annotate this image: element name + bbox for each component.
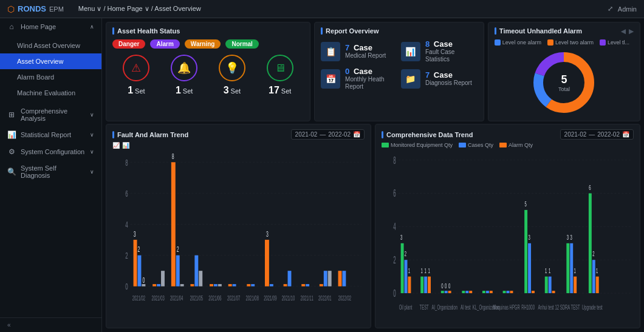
warning-count: 3 Set — [224, 85, 241, 96]
danger-icon: ⚠ — [123, 55, 149, 81]
health-item-danger: ⚠ 1 Set — [123, 55, 149, 96]
logo-icon: ⬡ — [7, 4, 15, 14]
comp-legend-alarm-label: Alarm Qty — [509, 142, 533, 148]
breadcrumb-home[interactable]: Home Page ∨ — [108, 5, 149, 12]
svg-text:Anhui test 12: Anhui test 12 — [538, 303, 559, 311]
alarm-right-arrow[interactable]: ▶ — [629, 28, 634, 35]
fault-line-icon[interactable]: 📈 — [112, 142, 120, 149]
legend-label-1: Level one alarm — [502, 39, 541, 46]
comp-date-range[interactable]: 2021-02 — 2022-02 📅 — [560, 129, 634, 140]
sidebar-group-sys-diag[interactable]: 🔍 System Self Diagnosis ∨ — [0, 160, 101, 183]
machine-eval-label: Machine Evaluation — [17, 89, 94, 97]
alarm-title-bar — [495, 27, 496, 35]
svg-text:SDRA TEST: SDRA TEST — [560, 303, 580, 311]
svg-rect-27 — [194, 256, 198, 286]
sidebar-group-comprehensive[interactable]: ⊞ Comprehensive Analysis ∨ — [0, 103, 101, 126]
sidebar-group-sys-config[interactable]: ⚙ System Configuration ∨ — [0, 143, 101, 160]
sidebar-item-wind-asset[interactable]: Wind Asset Overview — [0, 38, 101, 53]
svg-rect-112 — [549, 277, 552, 293]
logo: ⬡ RONDS EPM — [7, 4, 64, 14]
svg-rect-95 — [469, 291, 472, 293]
report-item-monthly: 📅 0 Case Monthly Heath Report — [321, 67, 397, 90]
svg-text:0: 0 — [142, 276, 145, 285]
sys-diag-arrow: ∨ — [90, 169, 94, 175]
badge-danger[interactable]: Danger — [112, 39, 145, 49]
svg-text:3: 3 — [570, 234, 572, 242]
svg-rect-93 — [462, 291, 465, 293]
sidebar-group-home[interactable]: ⌂ Home Page ∧ — [0, 18, 101, 35]
report-medical-text: 7 Case Medical Report — [345, 43, 386, 59]
svg-rect-30 — [210, 284, 213, 286]
svg-text:8: 8 — [125, 157, 128, 167]
sys-config-arrow: ∨ — [90, 149, 94, 155]
sidebar-group-statistical[interactable]: 📊 Statistical Report ∨ — [0, 126, 101, 143]
alarm-legend: Level one alarm Level two alarm Level tl… — [495, 39, 634, 46]
svg-text:1: 1 — [408, 267, 410, 275]
statistical-icon: 📊 — [7, 130, 16, 139]
svg-text:2021/02: 2021/02 — [132, 295, 145, 302]
svg-rect-72 — [401, 243, 404, 293]
svg-text:0: 0 — [393, 288, 396, 299]
report-fault-text: 8 Case Fault Case Statistics — [425, 39, 478, 63]
fault-bar-icon[interactable]: 📊 — [122, 142, 129, 149]
report-monthly-text: 0 Case Monthly Heath Report — [345, 67, 397, 90]
svg-text:Oil plant: Oil plant — [399, 303, 413, 311]
badge-normal[interactable]: Normal — [225, 39, 258, 49]
report-item-medical: 📋 7 Case Medical Report — [321, 39, 397, 63]
badge-alarm[interactable]: Alarm — [150, 39, 179, 49]
svg-rect-41 — [270, 284, 273, 286]
legend-label-3: Level tl... — [608, 39, 629, 46]
report-panel-title: Report Overview — [321, 27, 478, 35]
svg-text:2021/06: 2021/06 — [208, 295, 221, 302]
svg-rect-23 — [176, 256, 180, 286]
expand-icon[interactable]: ⤢ — [608, 5, 613, 13]
svg-rect-40 — [265, 240, 269, 286]
svg-rect-74 — [408, 277, 411, 293]
donut-label: Total — [558, 86, 570, 92]
comp-legend-monitored-label: Monitored Equipment Qty — [391, 142, 453, 148]
sidebar-item-alarm-board[interactable]: Alarm Board — [0, 69, 101, 85]
svg-text:1: 1 — [545, 267, 547, 275]
warning-icon: 💡 — [219, 55, 245, 81]
alarm-panel: Timeout Unhandled Alarm ◀ ▶ Level one al… — [488, 22, 640, 121]
svg-text:6: 6 — [125, 188, 128, 198]
fault-date-to: 2022-02 — [328, 131, 351, 138]
svg-text:1: 1 — [574, 267, 576, 275]
sidebar-collapse-btn[interactable]: « — [0, 318, 101, 332]
comp-legend-cases-label: Cases Qty — [468, 142, 493, 148]
alarm-panel-title: Timeout Unhandled Alarm ◀ ▶ — [495, 27, 634, 35]
svg-text:5: 5 — [524, 200, 526, 208]
fault-trend-header: Fault And Alarm Trend 2021-02 — 2022-02 … — [112, 129, 365, 140]
svg-rect-38 — [251, 284, 255, 286]
svg-text:1: 1 — [428, 267, 430, 275]
svg-rect-124 — [589, 194, 592, 294]
svg-text:2021/10: 2021/10 — [282, 295, 295, 302]
content: Asset Health Status Danger Alarm Warning… — [102, 18, 644, 332]
comp-title-text: Comprehensive Data Trend — [386, 131, 473, 138]
health-badges: Danger Alarm Warning Normal — [112, 39, 304, 49]
svg-text:1: 1 — [421, 267, 423, 275]
svg-rect-125 — [592, 260, 595, 293]
fault-date-range[interactable]: 2021-02 — 2022-02 📅 — [291, 129, 365, 140]
legend-dot-2 — [547, 39, 553, 46]
sidebar-item-asset-overview[interactable]: Asset Overview — [0, 53, 101, 69]
svg-text:2: 2 — [393, 255, 396, 266]
svg-text:0: 0 — [125, 282, 128, 291]
svg-text:Upgrade test: Upgrade test — [582, 303, 603, 311]
breadcrumb-menu[interactable]: Menu ∨ — [78, 5, 102, 12]
svg-rect-118 — [570, 243, 573, 293]
legend-dot-3 — [600, 39, 606, 46]
comp-trend-header: Comprehensive Data Trend 2021-02 — 2022-… — [382, 129, 634, 140]
svg-rect-87 — [445, 291, 448, 293]
bottom-row: Fault And Alarm Trend 2021-02 — 2022-02 … — [102, 124, 644, 332]
badge-warning[interactable]: Warning — [185, 39, 221, 49]
sys-config-icon: ⚙ — [7, 147, 16, 156]
svg-rect-99 — [490, 291, 493, 293]
legend-level2: Level two alarm — [547, 39, 594, 46]
sidebar-item-machine-eval[interactable]: Machine Evaluation — [0, 85, 101, 101]
svg-text:AI test: AI test — [461, 303, 471, 311]
fault-icon: 📊 — [401, 42, 420, 61]
alarm-left-arrow[interactable]: ◀ — [621, 28, 626, 35]
comp-title-bar — [382, 131, 383, 138]
svg-text:8: 8 — [393, 155, 396, 166]
